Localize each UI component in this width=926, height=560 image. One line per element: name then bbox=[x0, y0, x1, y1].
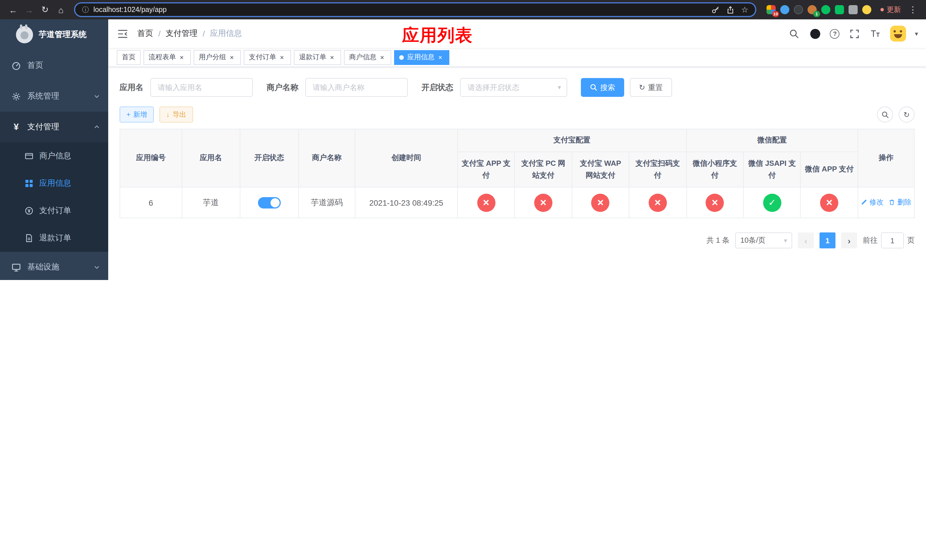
app-logo[interactable]: 芋道管理系统 bbox=[0, 20, 108, 50]
tags-view: 首页 流程表单× 用户分组× 支付订单× 退款订单× 商户信息× 应用信息× bbox=[108, 48, 926, 67]
pay-order-icon bbox=[24, 206, 33, 216]
reset-button[interactable]: ↻ 重置 bbox=[630, 78, 672, 97]
page-size-select[interactable]: 10条/页 ▾ bbox=[735, 232, 792, 248]
app-name-input[interactable] bbox=[150, 78, 253, 97]
bookmark-star-icon[interactable]: ☆ bbox=[741, 5, 748, 14]
tab-label: 应用信息 bbox=[407, 52, 434, 62]
profile-emoji-icon[interactable] bbox=[862, 5, 872, 14]
password-key-icon[interactable] bbox=[711, 5, 720, 14]
col-wx-jsapi: 微信 JSAPI 支付 bbox=[743, 152, 801, 187]
delete-button[interactable]: 删除 bbox=[889, 198, 911, 207]
browser-update-button[interactable]: 更新 bbox=[881, 5, 901, 15]
tab-pay-order[interactable]: 支付订单× bbox=[244, 50, 291, 65]
refresh-icon: ↻ bbox=[639, 83, 645, 92]
extensions-puzzle-icon[interactable] bbox=[849, 5, 858, 14]
close-icon[interactable]: × bbox=[278, 53, 286, 61]
extension-wechat-icon[interactable] bbox=[821, 5, 830, 14]
browser-home-icon[interactable]: ⌂ bbox=[53, 2, 68, 17]
tab-process-form[interactable]: 流程表单× bbox=[144, 50, 191, 65]
screen: ← → ↻ ⌂ ⓘ localhost:1024/pay/app ☆ 10 1 … bbox=[0, 0, 926, 280]
close-icon[interactable]: × bbox=[378, 53, 386, 61]
sidebar-item-merchant-info[interactable]: 商户信息 bbox=[0, 142, 108, 170]
tab-user-group[interactable]: 用户分组× bbox=[194, 50, 241, 65]
status-toggle[interactable] bbox=[258, 197, 280, 208]
search-icon bbox=[881, 111, 889, 118]
extension-drop-icon[interactable] bbox=[780, 5, 789, 14]
sidebar-item-label: 商户信息 bbox=[39, 151, 71, 161]
table-toolbar: + 新增 ↓ 导出 ↻ bbox=[120, 106, 915, 123]
logo-avatar bbox=[16, 26, 33, 43]
tab-app-info[interactable]: 应用信息× bbox=[394, 50, 449, 65]
extension-badge: 10 bbox=[772, 11, 779, 17]
cell-wx-mini bbox=[686, 187, 743, 218]
edit-button[interactable]: 修改 bbox=[861, 198, 884, 207]
chevron-down-icon: ▾ bbox=[784, 237, 787, 244]
status-select[interactable]: 请选择开启状态 ▾ bbox=[460, 78, 567, 97]
top-navbar: 首页 / 支付管理 / 应用信息 ? ▾ bbox=[108, 20, 926, 48]
extension-grid-icon[interactable]: 10 bbox=[767, 5, 776, 14]
browser-menu-icon[interactable]: ⋮ bbox=[905, 2, 920, 17]
font-size-icon[interactable] bbox=[869, 27, 882, 40]
header-search-icon[interactable] bbox=[788, 27, 800, 40]
cell-merchant: 芋道源码 bbox=[299, 187, 355, 218]
address-bar[interactable]: ⓘ localhost:1024/pay/app ☆ bbox=[74, 2, 756, 17]
col-alipay-wap: 支付宝 WAP 网站支付 bbox=[572, 152, 629, 187]
table-row: 6 芋道 芋道源码 2021-10-23 08:49:25 bbox=[120, 187, 914, 218]
col-app-id: 应用编号 bbox=[120, 129, 182, 187]
github-icon[interactable] bbox=[809, 27, 822, 40]
current-page-button[interactable]: 1 bbox=[820, 232, 835, 248]
share-icon[interactable] bbox=[726, 5, 735, 14]
goto-page-input[interactable] bbox=[881, 232, 904, 248]
close-icon[interactable]: × bbox=[178, 53, 186, 61]
goto-unit: 页 bbox=[907, 235, 915, 245]
sidebar-item-system-mgmt[interactable]: 系统管理 bbox=[0, 81, 108, 112]
navbar-actions: ? ▾ bbox=[788, 26, 926, 42]
wx-mini-status-icon bbox=[706, 194, 724, 212]
breadcrumb-payment[interactable]: 支付管理 bbox=[166, 29, 198, 39]
close-icon[interactable]: × bbox=[436, 53, 444, 61]
extension-chat-icon[interactable] bbox=[835, 5, 844, 14]
site-info-icon[interactable]: ⓘ bbox=[82, 5, 89, 15]
browser-back-icon[interactable]: ← bbox=[6, 2, 21, 17]
close-icon[interactable]: × bbox=[228, 53, 236, 61]
sidebar-item-home[interactable]: 首页 bbox=[0, 50, 108, 81]
app-table: 应用编号 应用名 开启状态 商户名称 创建时间 支付宝配置 微信配置 操作 支付… bbox=[120, 129, 915, 218]
user-avatar[interactable] bbox=[890, 26, 906, 42]
omnibox-icons: ☆ bbox=[711, 5, 748, 14]
browser-reload-icon[interactable]: ↻ bbox=[38, 2, 52, 17]
toggle-search-button[interactable] bbox=[877, 106, 893, 123]
yen-icon: ¥ bbox=[11, 122, 21, 132]
col-alipay-app: 支付宝 APP 支付 bbox=[458, 152, 515, 187]
sidebar-item-payment-mgmt[interactable]: ¥ 支付管理 bbox=[0, 112, 108, 142]
export-button[interactable]: ↓ 导出 bbox=[159, 106, 193, 123]
tab-home[interactable]: 首页 bbox=[117, 50, 141, 65]
tab-refund-order[interactable]: 退款订单× bbox=[294, 50, 341, 65]
dashboard-icon bbox=[11, 61, 21, 70]
sidebar-item-app-info[interactable]: 应用信息 bbox=[0, 170, 108, 197]
refresh-table-button[interactable]: ↻ bbox=[899, 106, 915, 123]
tab-merchant-info[interactable]: 商户信息× bbox=[344, 50, 391, 65]
toggle-knob bbox=[270, 198, 279, 207]
fullscreen-icon[interactable] bbox=[848, 27, 861, 40]
merchant-name-input[interactable] bbox=[305, 78, 408, 97]
breadcrumb-home[interactable]: 首页 bbox=[137, 29, 153, 39]
next-page-button[interactable]: › bbox=[841, 232, 857, 248]
extension-avatar-icon[interactable]: 1 bbox=[808, 5, 817, 14]
alipay-pc-status-icon bbox=[534, 194, 552, 212]
document-icon bbox=[24, 233, 33, 243]
search-button[interactable]: 搜索 bbox=[581, 78, 624, 97]
cell-actions: 修改删除 bbox=[858, 187, 914, 218]
sidebar-item-pay-order[interactable]: 支付订单 bbox=[0, 197, 108, 224]
browser-forward-icon[interactable]: → bbox=[22, 2, 36, 17]
sidebar-item-infrastructure[interactable]: 基础设施 bbox=[0, 252, 108, 280]
extension-dark-icon[interactable] bbox=[794, 5, 803, 14]
sidebar-item-refund-order[interactable]: 退款订单 bbox=[0, 224, 108, 252]
prev-page-button[interactable]: ‹ bbox=[798, 232, 814, 248]
close-icon[interactable]: × bbox=[328, 53, 336, 61]
sidebar-collapse-icon[interactable] bbox=[108, 29, 137, 38]
help-icon[interactable]: ? bbox=[830, 29, 840, 38]
chevron-down-icon: ▾ bbox=[558, 84, 561, 91]
reset-button-label: 重置 bbox=[648, 82, 663, 92]
add-button[interactable]: + 新增 bbox=[120, 106, 154, 123]
cell-app-id: 6 bbox=[120, 187, 182, 218]
